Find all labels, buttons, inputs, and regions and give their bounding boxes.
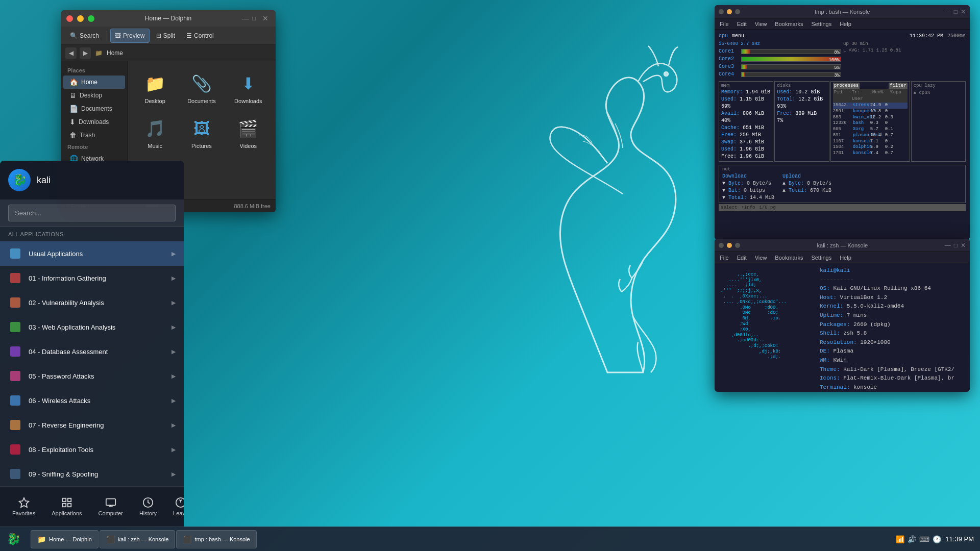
menu-item-4[interactable]: 04 - Database Assessment▶ bbox=[0, 339, 184, 364]
kali-menu-button[interactable]: 🐉 bbox=[4, 530, 22, 548]
computer-button[interactable]: Computer bbox=[90, 493, 131, 520]
sidebar-desktop[interactable]: 🖥 Desktop bbox=[63, 89, 125, 102]
toolbar-split[interactable]: ⊟Split bbox=[152, 29, 180, 43]
menu-item-0[interactable]: Usual Applications▶ bbox=[0, 241, 184, 266]
menu-item-5[interactable]: 05 - Password Attacks▶ bbox=[0, 364, 184, 388]
menu-item-9[interactable]: 09 - Sniffing & Spoofing▶ bbox=[0, 462, 184, 486]
konsole-close-icon[interactable]: ✕ bbox=[961, 8, 966, 15]
zsh-max-icon[interactable]: □ bbox=[954, 242, 958, 249]
file-downloads[interactable]: ⬇ Downloads bbox=[227, 67, 270, 108]
menu-help[interactable]: Help bbox=[839, 21, 852, 27]
menu-settings[interactable]: Settings bbox=[810, 21, 832, 27]
file-desktop[interactable]: 📁 Desktop bbox=[134, 67, 176, 108]
sidebar-home[interactable]: 🏠 Home bbox=[63, 76, 125, 89]
nav-back[interactable]: ◀ bbox=[65, 47, 77, 59]
dolphin-title: Home — Dolphin bbox=[99, 15, 238, 22]
konsole-zsh-dot-1[interactable] bbox=[719, 243, 724, 248]
menu-item-1[interactable]: 01 - Information Gathering▶ bbox=[0, 266, 184, 290]
menu-item-6[interactable]: 06 - Wireless Attacks▶ bbox=[0, 388, 184, 413]
system-tray: 📶 🔊 ⌨ 🕐 bbox=[896, 535, 941, 543]
sidebar-trash[interactable]: 🗑 Trash bbox=[63, 129, 125, 142]
process-row-4: 665 Xorg 5.7 0.1 bbox=[833, 127, 908, 133]
konsole-zsh-dot-3[interactable] bbox=[735, 243, 740, 248]
search-input[interactable] bbox=[8, 205, 176, 221]
window-close-icon[interactable]: ✕ bbox=[262, 14, 271, 22]
htop-menu-label: menu bbox=[732, 33, 744, 40]
process-row-5: 891 plasmashell 16.4 0.7 bbox=[833, 133, 908, 139]
zsh-min-icon[interactable]: — bbox=[945, 242, 951, 249]
minimize-button[interactable] bbox=[77, 15, 84, 22]
konsole-dot-1[interactable] bbox=[719, 9, 724, 14]
close-button[interactable] bbox=[66, 15, 73, 22]
breadcrumb: Home bbox=[107, 49, 123, 57]
sidebar-downloads[interactable]: ⬇ Downloads bbox=[63, 115, 125, 129]
menu-item-8[interactable]: 08 - Exploitation Tools▶ bbox=[0, 437, 184, 462]
konsole-bash-body: cpu menu 11:39:42 PM 2500ms i5-6400 2.7 … bbox=[715, 30, 970, 214]
free-space: 888.6 MiB free bbox=[234, 203, 271, 209]
taskbar-apps: 📁Home — Dolphin⬛kali : zsh — Konsole⬛tmp… bbox=[27, 530, 890, 548]
konsole-max-icon[interactable]: □ bbox=[954, 8, 958, 15]
menu-item-3[interactable]: 03 - Web Application Analysis▶ bbox=[0, 315, 184, 339]
svg-marker-12 bbox=[19, 498, 28, 507]
konsole-dot-2[interactable] bbox=[727, 9, 732, 14]
zsh-menu-bookmarks[interactable]: Bookmarks bbox=[774, 255, 804, 261]
menu-edit[interactable]: Edit bbox=[736, 21, 748, 27]
menu-item-7[interactable]: 07 - Reverse Engineering▶ bbox=[0, 413, 184, 437]
toolbar-control[interactable]: ☰Control bbox=[182, 29, 218, 43]
maximize-button[interactable] bbox=[88, 15, 94, 22]
folder-icon-downloads: ⬇ bbox=[236, 71, 260, 96]
file-documents[interactable]: 📎 Documents bbox=[180, 67, 223, 108]
folder-icon-videos: 🎬 bbox=[236, 116, 260, 141]
favorites-button[interactable]: Favorites bbox=[4, 493, 43, 520]
file-music[interactable]: 🎵 Music bbox=[134, 112, 176, 153]
toolbar-search[interactable]: 🔍Search bbox=[65, 29, 104, 43]
tray-network-icon[interactable]: 📶 bbox=[896, 535, 904, 543]
home-icon: 🏠 bbox=[69, 78, 78, 86]
process-row-8: 1701 konsole 7.4 0.7 bbox=[833, 151, 908, 157]
applications-button[interactable]: Applications bbox=[43, 493, 90, 520]
zsh-menu-settings[interactable]: Settings bbox=[810, 255, 832, 261]
tray-keyboard-icon[interactable]: ⌨ bbox=[919, 535, 929, 543]
htop-speed: 2500ms bbox=[947, 33, 966, 40]
svg-point-1 bbox=[665, 73, 667, 75]
zsh-menu-file[interactable]: File bbox=[719, 255, 730, 261]
leave-button[interactable]: Leave bbox=[165, 493, 184, 520]
taskbar-app-2[interactable]: ⬛tmp : bash — Konsole bbox=[176, 530, 256, 548]
konsole-zsh-dot-2[interactable] bbox=[727, 243, 732, 248]
zsh-close-icon[interactable]: ✕ bbox=[961, 242, 966, 249]
process-row-6: 1107 konsole 7.1 0 bbox=[833, 139, 908, 145]
history-button[interactable]: History bbox=[131, 493, 165, 520]
svg-rect-16 bbox=[68, 504, 71, 507]
sidebar-documents[interactable]: 📄 Documents bbox=[63, 102, 125, 115]
svg-rect-8 bbox=[10, 395, 20, 406]
nav-forward[interactable]: ▶ bbox=[80, 47, 91, 59]
cpu-bars: Core1 8% Core2 100% Core3 5% Core4 3% bbox=[719, 48, 841, 78]
taskbar-app-1[interactable]: ⬛kali : zsh — Konsole bbox=[100, 530, 176, 548]
svg-rect-2 bbox=[10, 248, 20, 259]
menu-view[interactable]: View bbox=[754, 21, 768, 27]
toolbar-preview[interactable]: 🖼Preview bbox=[110, 29, 150, 43]
zsh-menu-view[interactable]: View bbox=[754, 255, 768, 261]
app-launcher: 🐉 kali All Applications Usual Applicatio… bbox=[0, 161, 184, 527]
svg-rect-3 bbox=[10, 273, 20, 283]
zsh-body: ..,;ccc, ....'''jlx0, .... ;ld; .''' ;;;… bbox=[715, 263, 970, 391]
tray-volume-icon[interactable]: 🔊 bbox=[908, 535, 916, 543]
zsh-menu-help[interactable]: Help bbox=[839, 255, 852, 261]
konsole-dot-3[interactable] bbox=[735, 9, 740, 14]
konsole-min-icon[interactable]: — bbox=[945, 8, 951, 15]
menu-bookmarks[interactable]: Bookmarks bbox=[774, 21, 804, 27]
window-menu-icon[interactable]: — bbox=[242, 14, 250, 22]
zsh-menu-edit[interactable]: Edit bbox=[736, 255, 748, 261]
file-videos[interactable]: 🎬 Videos bbox=[227, 112, 270, 153]
konsole-zsh-title: kali : zsh — Konsole bbox=[743, 242, 942, 248]
menu-item-icon-3 bbox=[8, 320, 22, 334]
htop-cpu-label: cpu bbox=[719, 33, 728, 40]
menu-file[interactable]: File bbox=[719, 21, 730, 27]
file-pictures[interactable]: 🖼 Pictures bbox=[180, 112, 223, 153]
taskbar-app-0[interactable]: 📁Home — Dolphin bbox=[31, 530, 99, 548]
svg-rect-7 bbox=[10, 371, 20, 381]
window-max-icon[interactable]: □ bbox=[252, 14, 260, 22]
places-label: Places bbox=[61, 65, 127, 76]
menu-item-2[interactable]: 02 - Vulnerability Analysis▶ bbox=[0, 290, 184, 315]
dolphin-titlebar: Home — Dolphin — □ ✕ bbox=[61, 10, 276, 27]
